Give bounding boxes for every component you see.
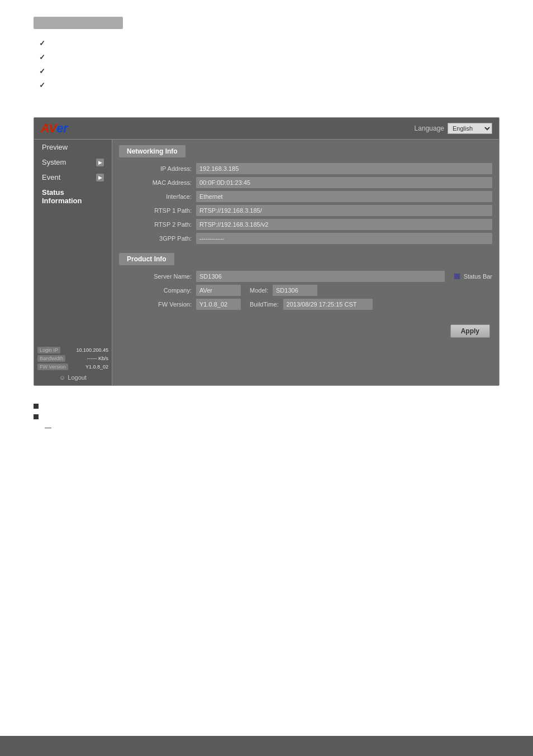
interface-value[interactable] bbox=[196, 191, 492, 202]
apply-row: Apply bbox=[119, 319, 492, 340]
logo-er: er bbox=[56, 121, 68, 135]
bullet-square-1 bbox=[34, 404, 39, 409]
bandwidth-key: Bandwidth bbox=[37, 355, 65, 362]
status-bar-row: Status Bar bbox=[454, 273, 492, 280]
fw-version-key: FW Version bbox=[37, 363, 68, 370]
aver-logo: AVer bbox=[41, 121, 68, 136]
rtsp2-value[interactable] bbox=[196, 219, 492, 230]
mac-value[interactable] bbox=[196, 177, 492, 188]
gray-bar bbox=[34, 17, 123, 29]
login-ip-value: 10.100.200.45 bbox=[76, 347, 108, 353]
gspp-label: 3GPP Path: bbox=[125, 235, 192, 242]
fw-build-row: FW Version: BuildTime: bbox=[125, 299, 492, 310]
gspp-value[interactable] bbox=[196, 233, 492, 244]
networking-header: Networking Info bbox=[119, 145, 185, 157]
fw-version-label: FW Version: bbox=[125, 301, 192, 308]
sidebar-item-status[interactable]: Status Information bbox=[34, 185, 112, 208]
interface-label: Interface: bbox=[125, 193, 192, 200]
page-footer bbox=[0, 736, 533, 756]
server-name-value[interactable] bbox=[196, 271, 445, 282]
server-name-row: Server Name: Status Bar bbox=[125, 271, 492, 282]
check-item-1 bbox=[39, 39, 499, 47]
sidebar-nav: Preview System ▶ Event ▶ Status Informat… bbox=[34, 140, 112, 208]
fw-version-value: Y1.0.8_02 bbox=[85, 364, 108, 370]
app-header: AVer Language English bbox=[34, 118, 499, 140]
model-value[interactable] bbox=[273, 285, 317, 296]
status-bar-checkbox[interactable] bbox=[454, 273, 460, 280]
sidebar-info: Login IP 10.100.200.45 Bandwidth ------ … bbox=[34, 344, 112, 385]
check-item-4 bbox=[39, 81, 499, 89]
company-model-row: Company: Model: bbox=[125, 285, 492, 296]
sidebar-item-preview[interactable]: Preview bbox=[34, 140, 112, 155]
ip-label: IP Address: bbox=[125, 165, 192, 172]
check-item-2 bbox=[39, 53, 499, 61]
build-time-value[interactable] bbox=[283, 299, 373, 310]
bullet-item-2 bbox=[34, 413, 499, 419]
ip-value[interactable] bbox=[196, 163, 492, 174]
user-icon: ☺ bbox=[59, 374, 65, 381]
logout-label: Logout bbox=[68, 374, 87, 381]
checklist bbox=[34, 39, 499, 89]
bullet-item-1 bbox=[34, 403, 499, 409]
company-label: Company: bbox=[125, 287, 192, 294]
fw-version-row: FW Version Y1.0.8_02 bbox=[37, 363, 108, 370]
apply-button[interactable]: Apply bbox=[450, 324, 490, 338]
mac-label: MAC Address: bbox=[125, 179, 192, 186]
bullet-square-2 bbox=[34, 414, 39, 419]
check-item-3 bbox=[39, 67, 499, 75]
product-section: Product Info Server Name: Status Bar Com… bbox=[119, 253, 492, 310]
company-value[interactable] bbox=[196, 285, 241, 296]
sub-bullet bbox=[34, 424, 499, 432]
status-bar-label: Status Bar bbox=[464, 273, 492, 280]
top-section bbox=[0, 0, 533, 112]
rtsp2-label: RTSP 2 Path: bbox=[125, 221, 192, 228]
product-fields: Server Name: Status Bar Company: Model: bbox=[119, 271, 492, 310]
language-area: Language English bbox=[415, 123, 492, 134]
main-content: Networking Info IP Address: MAC Address:… bbox=[112, 140, 499, 385]
event-arrow-icon: ▶ bbox=[96, 174, 104, 181]
bandwidth-value: ------ Kb/s bbox=[87, 356, 109, 361]
login-ip-row: Login IP 10.100.200.45 bbox=[37, 347, 108, 353]
server-name-label: Server Name: bbox=[125, 273, 192, 280]
sidebar-item-system[interactable]: System ▶ bbox=[34, 155, 112, 170]
rtsp1-label: RTSP 1 Path: bbox=[125, 207, 192, 214]
logout-row[interactable]: ☺ Logout bbox=[37, 372, 108, 383]
product-header: Product Info bbox=[119, 253, 174, 265]
sidebar: Preview System ▶ Event ▶ Status Informat… bbox=[34, 140, 112, 385]
bottom-section bbox=[0, 397, 533, 439]
system-arrow-icon: ▶ bbox=[96, 159, 104, 166]
app-container: AVer Language English Preview System ▶ E… bbox=[34, 117, 499, 386]
model-label: Model: bbox=[250, 287, 268, 294]
language-select[interactable]: English bbox=[448, 123, 492, 134]
logo-av: AV bbox=[41, 121, 56, 135]
login-ip-key: Login IP bbox=[37, 347, 60, 353]
networking-section: Networking Info IP Address: MAC Address:… bbox=[119, 145, 492, 244]
build-time-label: BuildTime: bbox=[250, 301, 279, 308]
networking-fields: IP Address: MAC Address: Interface: RTSP… bbox=[119, 163, 492, 244]
language-label: Language bbox=[415, 125, 444, 132]
bandwidth-row: Bandwidth ------ Kb/s bbox=[37, 355, 108, 362]
fw-version-value[interactable] bbox=[196, 299, 241, 310]
rtsp1-value[interactable] bbox=[196, 205, 492, 216]
app-body: Preview System ▶ Event ▶ Status Informat… bbox=[34, 140, 499, 385]
sidebar-item-event[interactable]: Event ▶ bbox=[34, 170, 112, 185]
